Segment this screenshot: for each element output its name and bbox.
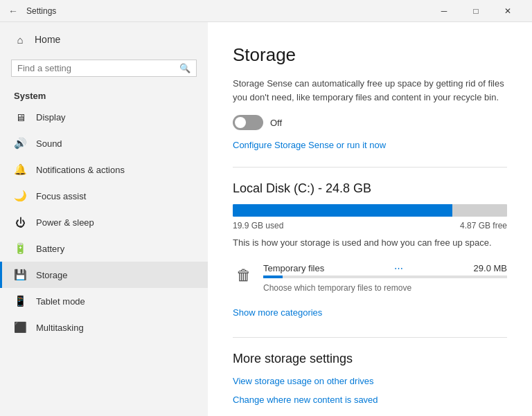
back-button[interactable]: ← bbox=[8, 6, 18, 17]
divider-1 bbox=[233, 167, 507, 168]
toggle-label: Off bbox=[270, 118, 282, 128]
sidebar-item-multitasking[interactable]: ⬛ Multitasking bbox=[0, 314, 208, 341]
disk-info: Local Disk (C:) - 24.8 GB 19.9 GB used 4… bbox=[233, 181, 507, 248]
sidebar-label-power: Power & sleep bbox=[36, 217, 94, 228]
sound-icon: 🔊 bbox=[14, 137, 26, 150]
sidebar-label-display: Display bbox=[36, 112, 66, 123]
show-more-categories-link[interactable]: Show more categories bbox=[233, 307, 322, 318]
sidebar-item-power[interactable]: ⏻ Power & sleep bbox=[0, 209, 208, 235]
sidebar-label-storage: Storage bbox=[36, 270, 68, 280]
divider-2 bbox=[233, 337, 507, 338]
storage-icon: 💾 bbox=[14, 269, 26, 281]
display-icon: 🖥 bbox=[14, 111, 26, 123]
home-icon: ⌂ bbox=[14, 33, 26, 46]
loading-indicator: ⋯ bbox=[394, 263, 403, 273]
maximize-button[interactable]: □ bbox=[460, 0, 492, 22]
power-icon: ⏻ bbox=[14, 216, 26, 228]
disk-description: This is how your storage is used and how… bbox=[233, 237, 507, 248]
sidebar: ⌂ Home 🔍 System 🖥 Display 🔊 Sound 🔔 Noti… bbox=[0, 22, 208, 416]
sidebar-label-focus: Focus assist bbox=[36, 191, 86, 201]
temp-files-row: 🗑 Temporary files ⋯ 29.0 MB Choose which… bbox=[233, 257, 507, 299]
local-disk-title: Local Disk (C:) - 24.8 GB bbox=[233, 181, 507, 196]
sidebar-label-notifications: Notifications & actions bbox=[36, 165, 125, 175]
sidebar-item-battery[interactable]: 🔋 Battery bbox=[0, 235, 208, 262]
disk-free-label: 4.87 GB free bbox=[460, 221, 507, 230]
disk-usage-bar bbox=[233, 204, 507, 217]
notifications-icon: 🔔 bbox=[14, 163, 26, 176]
temp-files-info: Temporary files ⋯ 29.0 MB Choose which t… bbox=[263, 263, 507, 293]
app-body: ⌂ Home 🔍 System 🖥 Display 🔊 Sound 🔔 Noti… bbox=[0, 22, 532, 416]
view-storage-usage-link[interactable]: View storage usage on other drives bbox=[233, 376, 507, 386]
sidebar-label-tablet: Tablet mode bbox=[36, 296, 85, 307]
disk-bar-used bbox=[233, 204, 452, 217]
temp-files-bar bbox=[263, 275, 507, 278]
storage-sense-description: Storage Sense can automatically free up … bbox=[233, 77, 507, 104]
toggle-thumb bbox=[235, 117, 246, 128]
disk-bar-labels: 19.9 GB used 4.87 GB free bbox=[233, 221, 507, 230]
trash-icon: 🗑 bbox=[233, 263, 255, 288]
sidebar-item-notifications[interactable]: 🔔 Notifications & actions bbox=[0, 156, 208, 183]
disk-used-label: 19.9 GB used bbox=[233, 221, 283, 230]
sidebar-label-battery: Battery bbox=[36, 244, 64, 254]
sidebar-item-sound[interactable]: 🔊 Sound bbox=[0, 130, 208, 156]
sidebar-label-sound: Sound bbox=[36, 138, 62, 149]
toggle-row: Off bbox=[233, 115, 507, 130]
home-label: Home bbox=[35, 34, 60, 45]
sidebar-item-display[interactable]: 🖥 Display bbox=[0, 104, 208, 130]
more-storage-title: More storage settings bbox=[233, 352, 507, 366]
sidebar-section-label: System bbox=[0, 85, 208, 104]
configure-storage-sense-link[interactable]: Configure Storage Sense or run it now bbox=[233, 140, 386, 150]
temp-files-bar-fill bbox=[263, 275, 283, 278]
search-icon: 🔍 bbox=[179, 63, 190, 73]
battery-icon: 🔋 bbox=[14, 242, 26, 255]
change-content-location-link[interactable]: Change where new content is saved bbox=[233, 395, 507, 405]
sidebar-label-multitasking: Multitasking bbox=[36, 323, 84, 333]
tablet-icon: 📱 bbox=[14, 295, 26, 307]
focus-icon: 🌙 bbox=[14, 190, 26, 202]
sidebar-item-home[interactable]: ⌂ Home bbox=[0, 22, 208, 57]
temp-files-sub: Choose which temporary files to remove bbox=[263, 283, 411, 293]
main-content: Storage Storage Sense can automatically … bbox=[208, 22, 532, 416]
window-controls: ─ □ ✕ bbox=[428, 0, 524, 22]
temp-files-size: 29.0 MB bbox=[474, 263, 507, 273]
title-bar: ← Settings ─ □ ✕ bbox=[0, 0, 532, 22]
window-title: Settings bbox=[26, 6, 56, 16]
multitasking-icon: ⬛ bbox=[14, 321, 26, 334]
minimize-button[interactable]: ─ bbox=[428, 0, 460, 22]
sidebar-item-tablet[interactable]: 📱 Tablet mode bbox=[0, 288, 208, 314]
temp-files-title-row: Temporary files ⋯ 29.0 MB bbox=[263, 263, 507, 273]
temp-files-name[interactable]: Temporary files bbox=[263, 263, 324, 273]
storage-sense-toggle[interactable] bbox=[233, 115, 263, 130]
page-title: Storage bbox=[233, 44, 507, 66]
search-box: 🔍 bbox=[11, 60, 197, 77]
search-input[interactable] bbox=[17, 63, 179, 73]
sidebar-item-storage[interactable]: 💾 Storage bbox=[0, 262, 208, 288]
sidebar-item-focus[interactable]: 🌙 Focus assist bbox=[0, 183, 208, 209]
close-button[interactable]: ✕ bbox=[492, 0, 524, 22]
